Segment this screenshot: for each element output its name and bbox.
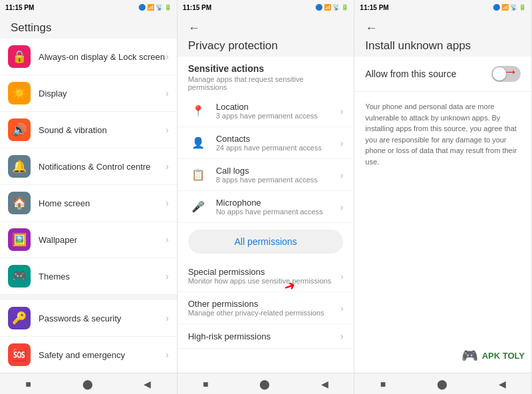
high-risk-label: High-risk permissions [188, 331, 340, 341]
nav-square-1[interactable]: ■ [19, 376, 37, 392]
nav-bar-2: ■ ⬤ ◀ [178, 373, 354, 394]
microphone-icon: 🎤 [188, 200, 208, 213]
bluetooth-icon-2: 🔵 [315, 4, 323, 11]
install-title: Install unknown apps [365, 39, 521, 53]
install-unknown-panel: 11:15 PM 🔵 📶 📡 🔋 ← Install unknown apps … [354, 0, 532, 394]
location-icon: 📍 [188, 104, 208, 117]
nav-square-3[interactable]: ■ [374, 376, 392, 392]
install-header: ← Install unknown apps [354, 15, 531, 57]
time-1: 11:15 PM [5, 4, 34, 11]
chevron-calllogs: › [340, 170, 344, 180]
chevron-always-on: › [166, 51, 169, 62]
time-2: 11:15 PM [183, 4, 211, 11]
item-label-safety: Safety and emergency [39, 350, 125, 360]
high-risk-item[interactable]: High-risk permissions › [178, 324, 354, 349]
sensitive-sublabel: Manage apps that request sensitive permi… [178, 75, 354, 95]
chevron-notifications: › [166, 161, 169, 172]
back-arrow-3[interactable]: ← [365, 21, 521, 35]
settings-item-home-screen[interactable]: 🏠 Home screen › [0, 185, 177, 222]
perm-contacts-sub: 24 apps have permanent access [216, 144, 340, 152]
perm-contacts[interactable]: 👤 Contacts 24 apps have permanent access… [178, 127, 354, 159]
all-permissions-button[interactable]: All permissions [188, 230, 344, 254]
icon-notifications: 🔔 [8, 155, 31, 178]
battery-icon-3: 🔋 [519, 4, 526, 11]
perm-microphone-sub: No apps have permanent access [216, 208, 340, 216]
settings-item-always-on[interactable]: 🔒 Always-on display & Lock screen › [0, 39, 177, 75]
privacy-panel: 11:15 PM 🔵 📶 📡 🔋 ← Privacy protection Se… [178, 0, 355, 394]
battery-icon: 🔋 [164, 4, 172, 11]
perm-contacts-text: Contacts 24 apps have permanent access [216, 134, 340, 152]
settings-item-safety[interactable]: 🆘 Safety and emergency › [0, 337, 177, 373]
icon-display: ☀️ [8, 82, 31, 104]
chevron-other: › [340, 303, 344, 313]
perm-calllogs[interactable]: 📋 Call logs 8 apps have permanent access… [178, 159, 354, 191]
wifi-icon-2: 📡 [332, 4, 340, 11]
special-permissions-text: Special permissions Monitor how apps use… [188, 267, 340, 285]
settings-title: Settings [11, 21, 166, 35]
status-icons-2: 🔵 📶 📡 🔋 [315, 4, 348, 11]
perm-location-sub: 3 apps have permanent access [216, 112, 340, 120]
apk-watermark: 🎮 APK TOLY [462, 347, 525, 363]
item-label-themes: Themes [39, 272, 70, 282]
settings-item-passwords[interactable]: 🔑 Passwords & security › [0, 300, 177, 337]
perm-microphone-label: Microphone [216, 198, 340, 208]
chevron-passwords: › [166, 313, 169, 323]
bluetooth-icon: 🔵 [138, 4, 146, 11]
label-notifications: Notifications & Control centre [39, 160, 166, 172]
nav-triangle-2[interactable]: ◀ [315, 376, 335, 392]
nav-triangle-3[interactable]: ◀ [492, 376, 513, 392]
settings-item-themes[interactable]: 🎮 Themes › [0, 258, 177, 295]
icon-always-on: 🔒 [8, 45, 31, 68]
icon-passwords: 🔑 [8, 307, 31, 329]
label-wallpaper: Wallpaper [39, 234, 166, 246]
special-permissions-item[interactable]: Special permissions Monitor how apps use… [178, 260, 354, 292]
back-arrow-2[interactable]: ← [188, 21, 344, 35]
perm-location[interactable]: 📍 Location 3 apps have permanent access … [178, 95, 354, 127]
apk-text: APK TOLY [482, 351, 525, 361]
settings-item-sound[interactable]: 🔊 Sound & vibration › [0, 112, 177, 148]
nav-circle-2[interactable]: ⬤ [253, 376, 277, 392]
nav-circle-3[interactable]: ⬤ [430, 376, 454, 392]
other-permissions-item[interactable]: Other permissions Manage other privacy-r… [178, 292, 354, 324]
label-passwords: Passwords & security [39, 312, 166, 324]
settings-item-notifications[interactable]: 🔔 Notifications & Control centre › [0, 148, 177, 185]
settings-item-wallpaper[interactable]: 🖼️ Wallpaper › [0, 222, 177, 258]
chevron-display: › [166, 88, 169, 98]
perm-location-label: Location [216, 102, 340, 112]
special-permissions-label: Special permissions [188, 267, 340, 277]
icon-safety: 🆘 [8, 343, 31, 366]
signal-icon-3: 📶 [501, 4, 509, 11]
signal-icon: 📶 [147, 4, 154, 11]
chevron-safety: › [166, 349, 169, 360]
allow-row: Allow from this source → [354, 57, 531, 92]
settings-list: 🔒 Always-on display & Lock screen › ☀️ D… [0, 39, 177, 373]
item-label-notifications: Notifications & Control centre [39, 162, 150, 172]
battery-icon-2: 🔋 [341, 4, 348, 11]
status-bar-3: 11:15 PM 🔵 📶 📡 🔋 [354, 0, 531, 15]
nav-triangle-1[interactable]: ◀ [137, 376, 158, 392]
gamepad-icon: 🎮 [462, 347, 478, 363]
nav-square-2[interactable]: ■ [196, 376, 215, 392]
item-label-passwords: Passwords & security [39, 313, 121, 323]
perm-microphone[interactable]: 🎤 Microphone No apps have permanent acce… [178, 191, 354, 223]
icon-themes: 🎮 [8, 265, 31, 288]
nav-bar-3: ■ ⬤ ◀ [354, 373, 531, 394]
perm-calllogs-sub: 8 apps have permanent access [216, 176, 340, 184]
status-icons-1: 🔵 📶 📡 🔋 [138, 4, 172, 11]
perm-location-text: Location 3 apps have permanent access [216, 102, 340, 120]
chevron-microphone: › [340, 202, 344, 212]
high-risk-text: High-risk permissions [188, 331, 340, 341]
perm-contacts-label: Contacts [216, 134, 340, 144]
nav-circle-1[interactable]: ⬤ [76, 376, 100, 392]
settings-item-display[interactable]: ☀️ Display › [0, 75, 177, 112]
settings-header: Settings [0, 15, 177, 39]
signal-icon-2: 📶 [324, 4, 331, 11]
other-permissions-label: Other permissions [188, 299, 340, 309]
icon-home-screen: 🏠 [8, 192, 31, 214]
red-arrow-toggle: → [503, 63, 518, 81]
perm-calllogs-text: Call logs 8 apps have permanent access [216, 166, 340, 184]
install-content: Allow from this source → Your phone and … [354, 57, 531, 215]
wifi-icon-3: 📡 [510, 4, 517, 11]
label-themes: Themes [39, 270, 166, 282]
wifi-icon: 📡 [156, 4, 163, 11]
